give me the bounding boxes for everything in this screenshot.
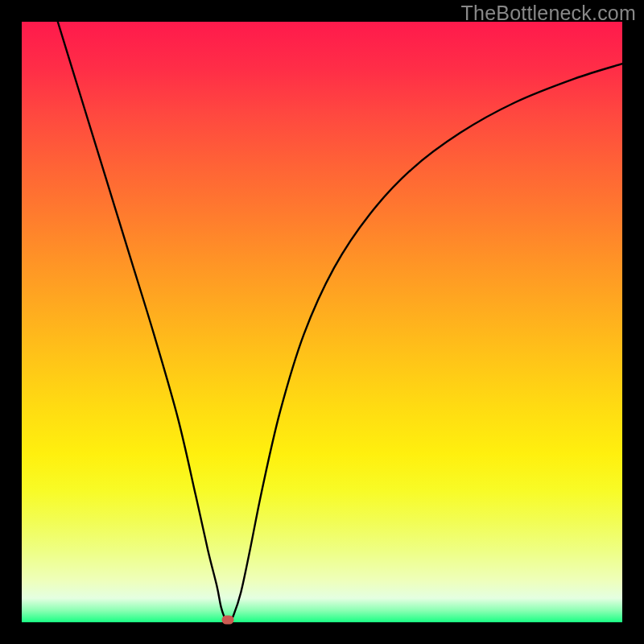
plot-area [22, 22, 622, 622]
bottleneck-curve [22, 22, 622, 622]
chart-frame: TheBottleneck.com [0, 0, 644, 644]
optimum-marker [221, 616, 233, 625]
watermark-text: TheBottleneck.com [461, 2, 636, 25]
